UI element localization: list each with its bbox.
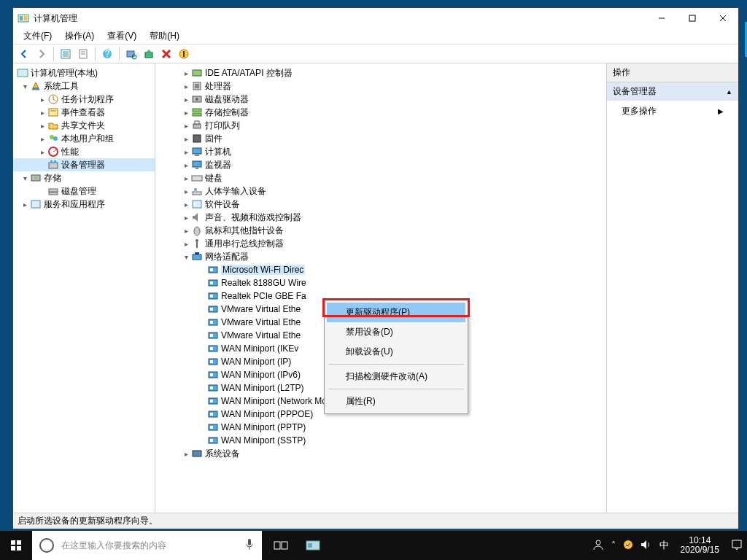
tree-local-users[interactable]: ▸本地用户和组 <box>13 132 155 145</box>
device-nic-27[interactable]: WAN Miniport (PPTP) <box>155 421 606 434</box>
device-label: 存储控制器 <box>205 106 249 119</box>
start-button[interactable] <box>0 531 32 560</box>
twisty-icon[interactable]: ▸ <box>182 201 190 209</box>
twisty-icon[interactable]: ▸ <box>182 450 190 458</box>
actions-section[interactable]: 设备管理器 ▲ <box>607 82 738 101</box>
context-item-4[interactable]: 扫描检测硬件改动(A) <box>327 367 465 386</box>
device-label: 计算机 <box>205 146 231 158</box>
tree-task-scheduler[interactable]: ▸任务计划程序 <box>13 93 155 106</box>
device-sys-29[interactable]: ▸系统设备 <box>155 447 606 460</box>
twisty-icon[interactable]: ▸ <box>182 122 190 130</box>
update-driver-button[interactable] <box>141 46 157 62</box>
taskbar-app-mmc[interactable] <box>297 531 329 560</box>
uninstall-device-button[interactable] <box>158 46 174 62</box>
twisty-icon[interactable]: ▸ <box>182 96 190 104</box>
taskbar-search[interactable]: 在这里输入你要搜索的内容 <box>32 531 262 560</box>
tray-ime-indicator[interactable]: 中 <box>659 539 669 552</box>
nic-icon <box>207 408 219 420</box>
twisty-icon[interactable]: ▾ <box>182 253 190 261</box>
tray-security-icon[interactable] <box>623 540 633 552</box>
twisty-icon[interactable]: ▸ <box>182 240 190 248</box>
minimize-button[interactable] <box>646 8 677 28</box>
device-usb-13[interactable]: ▸通用串行总线控制器 <box>155 237 606 250</box>
svg-rect-36 <box>31 201 40 208</box>
twisty-icon[interactable]: ▸ <box>182 69 190 77</box>
device-computer-6[interactable]: ▸计算机 <box>155 145 606 158</box>
svg-rect-43 <box>193 113 201 116</box>
maximize-button[interactable] <box>677 8 708 28</box>
device-ide-0[interactable]: ▸IDE ATA/ATAPI 控制器 <box>155 66 606 79</box>
tray-notifications-icon[interactable] <box>731 539 743 553</box>
tree-root[interactable]: 计算机管理(本地) <box>13 66 155 79</box>
tray-volume-icon[interactable] <box>640 540 652 552</box>
device-firmware-5[interactable]: ▸固件 <box>155 132 606 145</box>
menu-help[interactable]: 帮助(H) <box>144 28 185 44</box>
tree-shared-folders[interactable]: ▸共享文件夹 <box>13 119 155 132</box>
twisty-icon[interactable]: ▸ <box>182 227 190 235</box>
context-item-6[interactable]: 属性(R) <box>327 392 465 411</box>
tree-disk-mgmt[interactable]: 磁盘管理 <box>13 184 155 198</box>
tree-system-tools[interactable]: ▾ 系统工具 <box>13 79 155 93</box>
disable-device-button[interactable] <box>176 46 192 62</box>
context-item-1[interactable]: 禁用设备(D) <box>327 322 465 342</box>
device-disk-2[interactable]: ▸磁盘驱动器 <box>155 93 606 106</box>
back-button[interactable] <box>16 46 32 62</box>
actions-more[interactable]: 更多操作 ▶ <box>607 101 738 122</box>
svg-rect-49 <box>193 161 201 167</box>
tree-event-viewer[interactable]: ▸事件查看器 <box>13 106 155 119</box>
twisty-icon[interactable]: ▸ <box>182 109 190 117</box>
context-item-2[interactable]: 卸载设备(U) <box>327 342 465 362</box>
tray-people-icon[interactable] <box>592 539 604 553</box>
tray-chevron-up-icon[interactable]: ˄ <box>611 540 616 551</box>
svg-rect-83 <box>210 413 213 416</box>
twisty-icon[interactable]: ▸ <box>182 135 190 143</box>
svg-point-56 <box>196 239 198 242</box>
device-nic-28[interactable]: WAN Miniport (SSTP) <box>155 434 606 447</box>
twisty-icon[interactable]: ▸ <box>182 214 190 222</box>
menu-action[interactable]: 操作(A) <box>59 28 100 44</box>
sys-icon <box>191 448 203 459</box>
properties-button[interactable] <box>75 46 91 62</box>
context-item-0[interactable]: 更新驱动程序(P) <box>327 303 465 322</box>
help-button[interactable]: ? <box>99 46 115 62</box>
twisty-icon[interactable]: ▸ <box>182 148 190 156</box>
device-storage-3[interactable]: ▸存储控制器 <box>155 106 606 119</box>
device-mouse-12[interactable]: ▸鼠标和其他指针设备 <box>155 224 606 237</box>
tree-performance[interactable]: ▸性能 <box>13 145 155 158</box>
menu-file[interactable]: 文件(F) <box>18 28 58 44</box>
svg-rect-90 <box>17 540 21 545</box>
scan-hardware-button[interactable] <box>123 46 139 62</box>
audio-icon <box>191 211 203 223</box>
twisty-icon[interactable]: ▸ <box>182 174 190 182</box>
close-button[interactable] <box>708 8 738 28</box>
device-nic-15[interactable]: Microsoft Wi-Fi Direc <box>155 263 606 276</box>
device-audio-11[interactable]: ▸声音、视频和游戏控制器 <box>155 211 606 224</box>
device-nic-16[interactable]: Realtek 8188GU Wire <box>155 276 606 289</box>
up-button[interactable] <box>58 46 74 62</box>
twisty-icon[interactable]: ▸ <box>182 82 190 90</box>
ide-icon <box>191 67 203 79</box>
device-monitor-7[interactable]: ▸监视器 <box>155 158 606 171</box>
device-keyboard-8[interactable]: ▸键盘 <box>155 171 606 184</box>
device-printer-4[interactable]: ▸打印队列 <box>155 119 606 132</box>
console-tree[interactable]: 计算机管理(本地) ▾ 系统工具 ▸任务计划程序 ▸事件查看器 ▸共享文件夹 ▸… <box>13 63 155 513</box>
device-cpu-1[interactable]: ▸处理器 <box>155 79 606 93</box>
task-view-button[interactable] <box>265 531 297 560</box>
svg-point-41 <box>196 98 198 101</box>
mic-icon[interactable] <box>244 538 262 553</box>
tree-services-apps[interactable]: ▸ 服务和应用程序 <box>13 198 155 211</box>
device-net-14[interactable]: ▾网络适配器 <box>155 250 606 263</box>
svg-rect-61 <box>210 268 213 271</box>
forward-button[interactable] <box>34 46 50 62</box>
tray-clock[interactable]: 10:14 2020/9/15 <box>676 536 724 555</box>
device-software-10[interactable]: ▸软件设备 <box>155 198 606 211</box>
twisty-icon[interactable]: ▸ <box>182 161 190 169</box>
status-text: 启动所选设备的更新驱动程序向导。 <box>18 515 158 527</box>
tree-storage[interactable]: ▾ 存储 <box>13 171 155 184</box>
twisty-icon[interactable]: ▸ <box>182 187 190 195</box>
device-hid-9[interactable]: ▸人体学输入设备 <box>155 184 606 198</box>
menu-view[interactable]: 查看(V) <box>101 28 142 44</box>
device-label: IDE ATA/ATAPI 控制器 <box>205 67 293 79</box>
device-tree[interactable]: ▸IDE ATA/ATAPI 控制器▸处理器▸磁盘驱动器▸存储控制器▸打印队列▸… <box>155 63 607 513</box>
tree-device-manager[interactable]: 设备管理器 <box>13 158 155 171</box>
